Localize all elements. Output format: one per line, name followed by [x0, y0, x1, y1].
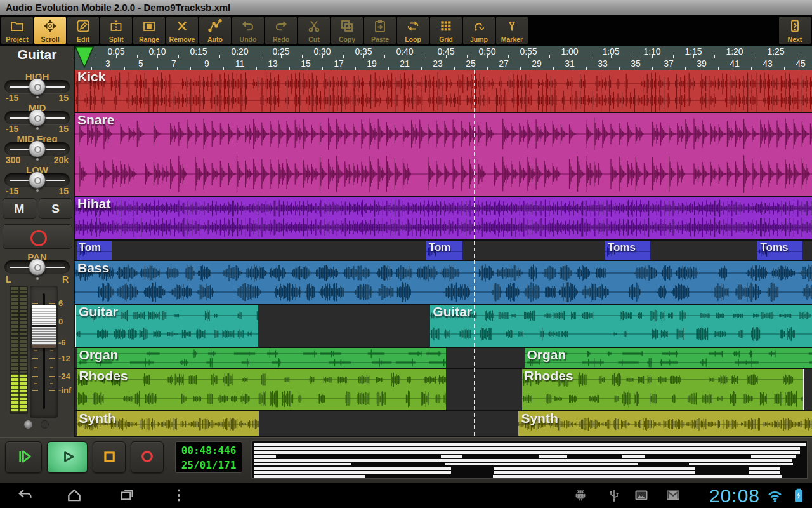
- page-dot-inactive[interactable]: [41, 420, 49, 429]
- ruler-time-tick: [343, 55, 344, 58]
- clip-kick-1[interactable]: Kick: [75, 70, 812, 112]
- toolbar-button-scroll[interactable]: Scroll: [34, 17, 66, 44]
- track-row-hihat[interactable]: Hihat: [75, 197, 812, 239]
- ruler-time-tick: [714, 55, 715, 58]
- toolbar-button-project[interactable]: Project: [1, 17, 33, 44]
- toolbar-button-paste[interactable]: Paste: [364, 17, 396, 44]
- status-gmail-icon: [665, 488, 681, 505]
- split-icon: [100, 17, 132, 36]
- vu-segment: [20, 401, 27, 404]
- toolbar-button-remove[interactable]: Remove: [166, 17, 198, 44]
- toolbar: ProjectScrollEditSplitRangeRemoveAutoUnd…: [0, 15, 812, 46]
- clip-guitar-2[interactable]: Guitar: [430, 305, 812, 347]
- clip-snare-1[interactable]: Snare: [75, 113, 812, 196]
- track-row-rhodes[interactable]: RhodesRhodes: [75, 369, 812, 410]
- fader-scale--12: -12: [58, 354, 75, 363]
- edit-label: Edit: [67, 36, 99, 43]
- pan-thumb[interactable]: [29, 258, 46, 276]
- timeline-ruler[interactable]: 0:050:100:150:200:250:300:350:400:450:50…: [75, 46, 812, 70]
- clip-rhodes-2[interactable]: Rhodes: [522, 369, 805, 410]
- ruler-time-tick: [302, 55, 303, 58]
- undo-label: Undo: [232, 36, 264, 43]
- toolbar-button-marker[interactable]: Marker: [496, 17, 528, 44]
- waveform-rhodes: [522, 369, 805, 410]
- eq-high-thumb[interactable]: [29, 78, 46, 95]
- track-row-tom[interactable]: TomTomTomsToms: [75, 241, 812, 260]
- track-row-snare[interactable]: Snare: [75, 113, 812, 196]
- toolbar-button-split[interactable]: Split: [100, 17, 132, 44]
- clip-organ-2[interactable]: Organ: [525, 348, 812, 368]
- overview-segment-organ: [494, 467, 695, 469]
- transport-play-button[interactable]: [47, 441, 88, 473]
- toolbar-button-next[interactable]: Next: [779, 17, 811, 44]
- volume-fader[interactable]: [30, 286, 58, 418]
- overview-segment-synth: [493, 475, 782, 478]
- transport-play-from-start-button[interactable]: [5, 441, 42, 473]
- vu-segment: [11, 344, 18, 347]
- nav-back-icon[interactable]: [16, 487, 33, 506]
- clip-synth-2[interactable]: Synth: [518, 411, 812, 436]
- vu-segment: [20, 359, 27, 362]
- clip-guitar-1[interactable]: Guitar: [75, 305, 258, 347]
- track-row-kick[interactable]: Kick: [75, 70, 812, 112]
- vu-segment: [11, 302, 18, 305]
- clip-hihat-1[interactable]: Hihat: [75, 197, 812, 239]
- toolbar-button-undo[interactable]: Undo: [232, 17, 264, 44]
- toolbar-button-grid[interactable]: Grid: [430, 17, 462, 44]
- track-row-organ[interactable]: OrganOrgan: [75, 348, 812, 368]
- pan-max-label: R: [62, 274, 69, 284]
- clip-tom-4[interactable]: Toms: [757, 241, 802, 260]
- mute-button[interactable]: M: [3, 198, 36, 219]
- solo-button[interactable]: S: [39, 198, 72, 219]
- clip-tom-2[interactable]: Tom: [426, 241, 462, 260]
- clip-organ-1[interactable]: Organ: [77, 348, 446, 368]
- nav-home-icon[interactable]: [66, 487, 82, 506]
- vu-segment: [11, 405, 18, 408]
- position-marker[interactable]: [75, 46, 94, 68]
- toolbar-button-copy[interactable]: Copy: [331, 17, 363, 44]
- eq-mid-freq-thumb[interactable]: [29, 140, 46, 157]
- vu-segment: [20, 298, 27, 301]
- eq-mid-freq-max-label: 20k: [54, 155, 69, 165]
- clip-synth-1[interactable]: Synth: [77, 411, 259, 436]
- clip-bass-1[interactable]: Bass: [75, 261, 812, 304]
- fader-handle[interactable]: [32, 305, 56, 348]
- jump-icon: [463, 17, 495, 36]
- toolbar-button-redo[interactable]: Redo: [265, 17, 297, 44]
- toolbar-button-cut[interactable]: Cut: [298, 17, 330, 44]
- transport-record-button[interactable]: [131, 441, 164, 473]
- eq-mid-thumb[interactable]: [29, 109, 46, 126]
- clip-rhodes-1[interactable]: Rhodes: [77, 369, 446, 410]
- eq-low-thumb[interactable]: [29, 171, 46, 189]
- remove-icon: [166, 17, 198, 36]
- ruler-time-tick: [776, 55, 776, 58]
- track-row-guitar[interactable]: GuitarGuitar: [75, 305, 812, 347]
- vu-segment: [20, 378, 27, 381]
- folder-icon: [1, 17, 33, 36]
- vu-segment: [20, 314, 27, 316]
- fader-tick: [49, 390, 55, 391]
- nav-menu-icon[interactable]: [171, 487, 187, 506]
- waveform-tom: [426, 241, 462, 260]
- toolbar-button-loop[interactable]: Loop: [397, 17, 429, 44]
- arrangement-overview[interactable]: [251, 440, 808, 479]
- nav-recents-icon[interactable]: [119, 487, 135, 506]
- fader-tick-minor: [34, 383, 37, 384]
- toolbar-button-range[interactable]: Range: [133, 17, 165, 44]
- ruler-time-tick: [446, 55, 447, 58]
- track-row-synth[interactable]: SynthSynth: [75, 411, 812, 436]
- clip-tom-3[interactable]: Toms: [605, 241, 651, 260]
- track-row-bass[interactable]: Bass: [75, 261, 812, 304]
- clip-tom-1[interactable]: Tom: [77, 241, 112, 260]
- transport-stop-button[interactable]: [93, 441, 126, 473]
- arm-record-button[interactable]: [3, 224, 72, 249]
- page-dot-active[interactable]: [24, 420, 32, 429]
- waveform-kick: [75, 70, 812, 112]
- skip-start-icon: [15, 448, 32, 465]
- track-area[interactable]: KickSnareHihatTomTomTomsTomsBassGuitarGu…: [75, 70, 812, 437]
- ruler-time-tick: [549, 55, 550, 58]
- toolbar-button-edit[interactable]: Edit: [67, 17, 99, 44]
- vu-segment: [20, 287, 27, 290]
- toolbar-button-jump[interactable]: Jump: [463, 17, 495, 44]
- toolbar-button-auto[interactable]: Auto: [199, 17, 231, 44]
